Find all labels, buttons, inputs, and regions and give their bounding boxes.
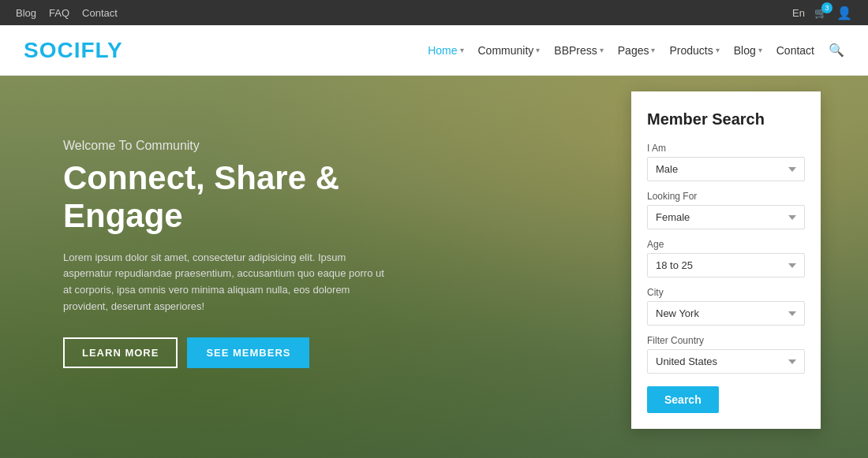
looking-for-select[interactable]: Female Male Other xyxy=(647,205,805,229)
pages-chevron-icon: ▾ xyxy=(651,46,655,54)
nav-contact[interactable]: Contact xyxy=(776,44,814,57)
top-bar-right: En 🛒 3 👤 xyxy=(792,6,852,20)
i-am-group: I Am Male Female Other xyxy=(647,143,805,181)
city-select[interactable]: New York Los Angeles Chicago xyxy=(647,301,805,326)
looking-for-group: Looking For Female Male Other xyxy=(647,191,805,229)
nav-bar: SOCIFLY Home ▾ Community ▾ BBPress ▾ Pag… xyxy=(0,25,868,76)
hero-content: Welcome To Community Connect, Share & En… xyxy=(63,139,458,368)
nav-bbpress[interactable]: BBPress ▾ xyxy=(554,44,603,57)
age-group: Age 18 to 25 26 to 35 36 to 45 46+ xyxy=(647,239,805,277)
top-bar-links: Blog FAQ Contact xyxy=(16,7,118,19)
country-group: Filter Country United States United King… xyxy=(647,335,805,374)
nav-home[interactable]: Home ▾ xyxy=(428,44,463,57)
hero-section: Welcome To Community Connect, Share & En… xyxy=(0,76,868,458)
hero-description: Lorem ipsum dolor sit amet, consectetur … xyxy=(63,250,395,315)
nav-products[interactable]: Products ▾ xyxy=(669,44,719,57)
blog-chevron-icon: ▾ xyxy=(758,46,762,54)
top-bar: Blog FAQ Contact En 🛒 3 👤 xyxy=(0,0,868,25)
logo-text: SOCI xyxy=(24,38,80,62)
hero-subtitle: Welcome To Community xyxy=(63,139,458,153)
age-select[interactable]: 18 to 25 26 to 35 36 to 45 46+ xyxy=(647,253,805,277)
i-am-label: I Am xyxy=(647,143,805,154)
language-selector[interactable]: En xyxy=(792,7,805,19)
learn-more-button[interactable]: LEARN MORE xyxy=(63,337,178,368)
country-select[interactable]: United States United Kingdom Canada xyxy=(647,349,805,374)
bbpress-chevron-icon: ▾ xyxy=(600,46,604,54)
see-members-button[interactable]: SEE MEMBERS xyxy=(187,337,309,368)
cart-button[interactable]: 🛒 3 xyxy=(814,7,827,19)
hero-buttons: LEARN MORE SEE MEMBERS xyxy=(63,337,458,368)
nav-pages[interactable]: Pages ▾ xyxy=(618,44,656,57)
home-chevron-icon: ▾ xyxy=(460,46,464,54)
blog-link[interactable]: Blog xyxy=(16,7,36,19)
nav-blog[interactable]: Blog ▾ xyxy=(734,44,762,57)
cart-badge: 3 xyxy=(821,2,832,13)
city-label: City xyxy=(647,287,805,298)
logo-accent: FLY xyxy=(80,38,122,62)
search-button[interactable]: Search xyxy=(647,386,719,413)
country-label: Filter Country xyxy=(647,335,805,346)
hero-title: Connect, Share & Engage xyxy=(63,159,458,236)
looking-for-label: Looking For xyxy=(647,191,805,202)
member-search-panel: Member Search I Am Male Female Other Loo… xyxy=(631,91,821,429)
logo[interactable]: SOCIFLY xyxy=(24,38,123,63)
products-chevron-icon: ▾ xyxy=(716,46,720,54)
nav-community[interactable]: Community ▾ xyxy=(478,44,541,57)
member-search-title: Member Search xyxy=(647,110,805,128)
age-label: Age xyxy=(647,239,805,250)
community-chevron-icon: ▾ xyxy=(536,46,540,54)
city-group: City New York Los Angeles Chicago xyxy=(647,287,805,326)
main-nav: Home ▾ Community ▾ BBPress ▾ Pages ▾ Pro… xyxy=(428,43,844,58)
user-icon[interactable]: 👤 xyxy=(836,6,852,20)
search-icon[interactable]: 🔍 xyxy=(829,43,844,58)
faq-link[interactable]: FAQ xyxy=(49,7,69,19)
contact-link[interactable]: Contact xyxy=(82,7,118,19)
i-am-select[interactable]: Male Female Other xyxy=(647,157,805,181)
